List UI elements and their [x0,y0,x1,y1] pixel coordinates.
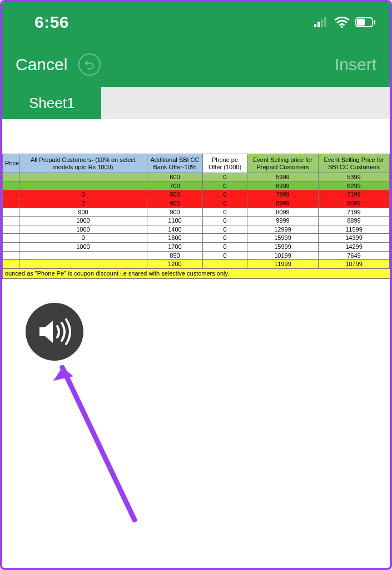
cell[interactable]: 12999 [247,225,319,234]
svg-rect-1 [317,22,320,27]
cell[interactable] [203,260,247,269]
cell[interactable] [3,173,19,182]
cell[interactable]: 0 [203,199,247,208]
cell[interactable] [19,181,147,190]
cell[interactable]: 800 [147,190,203,199]
cell[interactable]: 700 [147,181,203,190]
cell[interactable]: 1600 [147,234,203,243]
cell[interactable] [390,217,393,225]
cell[interactable]: 0 [203,173,247,182]
cell[interactable]: 0 [203,181,247,190]
cell[interactable] [3,225,19,234]
table-row[interactable]: 8500101997649 [3,251,393,260]
cell[interactable]: 0 [19,199,147,208]
cell[interactable] [3,234,19,243]
cell[interactable] [390,234,393,243]
cell[interactable] [3,251,19,260]
insert-button[interactable]: Insert [335,55,376,74]
cell[interactable]: 0 [203,251,247,260]
cell[interactable]: 15999 [247,243,319,252]
cell[interactable]: 7199 [319,208,390,217]
table-row[interactable]: 700069996299 [3,181,393,190]
cell[interactable]: 1100 [147,217,203,225]
cell[interactable] [19,251,147,260]
cell[interactable] [3,190,19,199]
undo-button[interactable] [78,53,101,76]
cell[interactable]: 0 [203,217,247,225]
cell[interactable]: 6999 [247,181,319,190]
cell[interactable] [19,260,147,269]
note-row: ounced as "Phone Pe" is coupon discount … [3,269,393,279]
cell[interactable]: 7999 [247,190,319,199]
cell[interactable]: 15999 [247,234,319,243]
table-row[interactable]: 0900089998099 [3,199,393,208]
status-bar: 6:56 [2,2,390,42]
annotation-arrow [46,347,157,525]
cell[interactable]: 1200 [147,260,203,269]
cell[interactable] [390,225,393,234]
cell[interactable]: 7199 [319,190,390,199]
cell[interactable]: 10199 [247,251,319,260]
cell[interactable] [3,208,19,217]
cell[interactable]: 7649 [319,251,390,260]
table-row[interactable]: 12001199910799 [3,260,393,269]
tab-sheet1[interactable]: Sheet1 [2,87,101,119]
cell[interactable] [390,251,393,260]
cell[interactable]: 0 [203,190,247,199]
status-time: 6:56 [34,13,69,32]
cell[interactable] [3,243,19,252]
cell[interactable]: 9999 [247,217,319,225]
table-row[interactable]: 1000170001599914299 [3,243,393,252]
cell[interactable] [3,260,19,269]
cell[interactable] [3,199,19,208]
cell[interactable]: 0 [203,225,247,234]
table-row[interactable]: 0160001599914399 [3,234,393,243]
table-row[interactable]: 600059995399 [3,173,393,182]
table-row[interactable]: 1000140001299911599 [3,225,393,234]
cell[interactable]: 8099 [319,199,390,208]
cell[interactable]: 14399 [319,234,390,243]
cell[interactable] [390,181,393,190]
cell[interactable]: 8099 [247,208,319,217]
cell[interactable]: 0 [203,208,247,217]
table-row[interactable]: 0800079997199 [3,190,393,199]
table-row[interactable]: 900900080997199 [3,208,393,217]
cell[interactable]: 1000 [19,225,147,234]
cell[interactable]: 900 [147,208,203,217]
cell[interactable]: 10799 [319,260,390,269]
cell[interactable]: 0 [203,234,247,243]
svg-rect-2 [321,19,323,27]
cell[interactable] [390,199,393,208]
cell[interactable] [3,181,19,190]
cell[interactable]: 8899 [319,217,390,225]
cell[interactable]: 850 [147,251,203,260]
table-row[interactable]: 10001100099998899 [3,217,393,225]
cancel-button[interactable]: Cancel [16,55,67,74]
spreadsheet-area[interactable]: Price All Prepaid Customers- (10% on sel… [2,119,390,279]
cell[interactable]: 900 [19,208,147,217]
cell[interactable]: 8999 [247,199,319,208]
cell[interactable] [390,173,393,182]
cell[interactable]: 0 [19,234,147,243]
cell[interactable] [3,217,19,225]
cell[interactable]: 5999 [247,173,319,182]
cell[interactable] [390,260,393,269]
cell[interactable]: 1700 [147,243,203,252]
cell[interactable] [390,190,393,199]
cell[interactable]: 6299 [319,181,390,190]
cell[interactable] [390,243,393,252]
header-row: Price All Prepaid Customers- (10% on sel… [3,154,393,173]
cell[interactable]: 600 [147,173,203,182]
cell[interactable]: 1000 [19,217,147,225]
cell[interactable]: 0 [203,243,247,252]
cell[interactable]: 5399 [319,173,390,182]
cell[interactable] [390,208,393,217]
cell[interactable]: 11999 [247,260,319,269]
cell[interactable]: 900 [147,199,203,208]
cell[interactable]: 0 [19,190,147,199]
cell[interactable]: 1400 [147,225,203,234]
cell[interactable]: 1000 [19,243,147,252]
cell[interactable]: 11599 [319,225,390,234]
cell[interactable]: 14299 [319,243,390,252]
cell[interactable] [19,173,147,182]
